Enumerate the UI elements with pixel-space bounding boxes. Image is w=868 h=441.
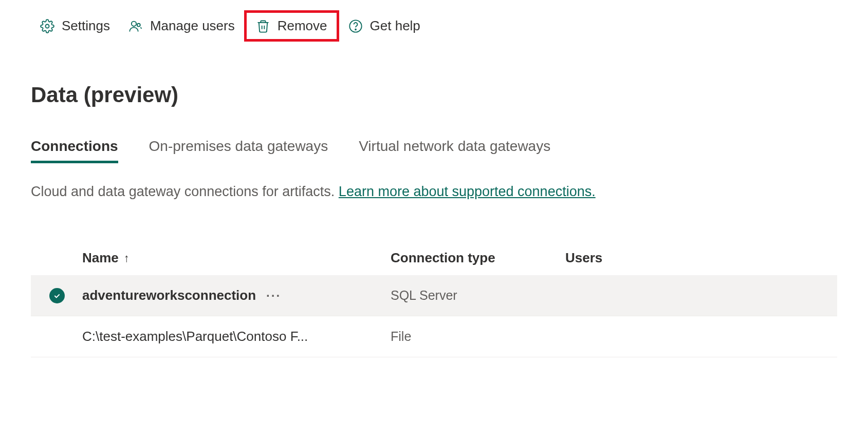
- column-header-name[interactable]: Name ↑: [82, 250, 391, 266]
- svg-point-2: [137, 23, 140, 26]
- svg-point-6: [355, 29, 356, 30]
- connection-name: C:\test-examples\Parquet\Contoso F...: [82, 329, 308, 344]
- check-circle-icon: [49, 288, 65, 303]
- row-name-cell: adventureworksconnection ···: [82, 287, 391, 303]
- sort-ascending-icon: ↑: [124, 252, 130, 265]
- remove-button[interactable]: Remove: [247, 13, 337, 39]
- toolbar: Settings Manage users Re: [0, 0, 868, 52]
- tab-description: Cloud and data gateway connections for a…: [31, 184, 837, 200]
- users-icon: [128, 19, 143, 33]
- tab-connections[interactable]: Connections: [31, 138, 118, 163]
- trash-icon: [256, 19, 270, 33]
- row-type-cell: File: [391, 329, 565, 344]
- gear-icon: [40, 19, 54, 33]
- svg-point-1: [132, 21, 136, 26]
- manage-users-button[interactable]: Manage users: [119, 13, 244, 39]
- page-title: Data (preview): [31, 83, 837, 107]
- connections-table: Name ↑ Connection type Users adventurewo…: [31, 241, 837, 357]
- table-header: Name ↑ Connection type Users: [31, 241, 837, 275]
- table-row[interactable]: adventureworksconnection ··· SQL Server: [31, 275, 837, 316]
- description-text: Cloud and data gateway connections for a…: [31, 184, 339, 199]
- settings-button[interactable]: Settings: [31, 13, 119, 39]
- page-content: Data (preview) Connections On-premises d…: [0, 52, 868, 357]
- row-type-cell: SQL Server: [391, 288, 565, 303]
- get-help-button[interactable]: Get help: [339, 13, 430, 39]
- learn-more-link[interactable]: Learn more about supported connections.: [339, 184, 596, 199]
- column-header-type[interactable]: Connection type: [391, 250, 565, 266]
- connection-name: adventureworksconnection: [82, 287, 256, 303]
- remove-highlight: Remove: [244, 10, 339, 42]
- table-row[interactable]: C:\test-examples\Parquet\Contoso F... Fi…: [31, 316, 837, 357]
- row-name-cell: C:\test-examples\Parquet\Contoso F...: [82, 329, 391, 344]
- tabs: Connections On-premises data gateways Vi…: [31, 138, 837, 163]
- manage-users-label: Manage users: [150, 18, 235, 34]
- tab-onprem-gateways[interactable]: On-premises data gateways: [149, 138, 328, 163]
- more-options-icon[interactable]: ···: [266, 289, 281, 303]
- svg-point-0: [46, 24, 49, 28]
- name-header-label: Name: [82, 250, 119, 266]
- get-help-label: Get help: [370, 18, 420, 34]
- help-icon: [348, 19, 363, 33]
- tab-vnet-gateways[interactable]: Virtual network data gateways: [359, 138, 550, 163]
- settings-label: Settings: [62, 18, 110, 34]
- row-selected-indicator: [46, 288, 82, 303]
- remove-label: Remove: [278, 18, 327, 34]
- column-header-users[interactable]: Users: [565, 250, 837, 266]
